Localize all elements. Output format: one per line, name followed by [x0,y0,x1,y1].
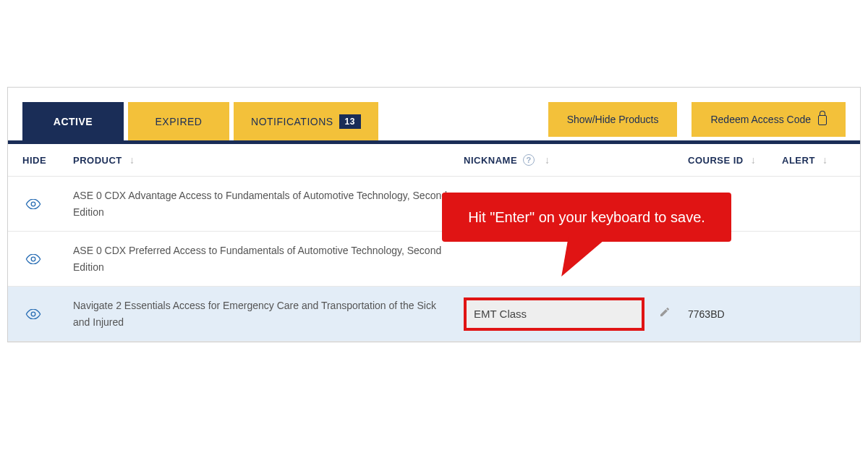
table-row: Navigate 2 Essentials Access for Emergen… [8,287,860,342]
nickname-input[interactable] [464,297,644,331]
svg-point-1 [31,257,35,261]
column-product-label: PRODUCT [73,155,122,166]
product-title: ASE 0 CDX Advantage Access to Fundamenta… [73,187,464,220]
column-product[interactable]: PRODUCT ↓ [73,154,464,166]
sort-arrow-icon: ↓ [751,154,757,166]
tab-expired[interactable]: EXPIRED [128,102,229,140]
help-icon[interactable]: ? [523,154,535,166]
callout-text: Hit "Enter" on your keyboard to save. [468,209,705,225]
column-hide: HIDE [8,155,73,166]
courseid-cell: 7763BD [688,308,782,320]
redeem-access-code-button[interactable]: Redeem Access Code [692,102,846,137]
eye-icon[interactable] [25,254,73,264]
sort-arrow-icon: ↓ [822,154,828,166]
product-title: ASE 0 CDX Preferred Access to Fundamenta… [73,242,464,275]
sort-arrow-icon: ↓ [545,154,550,166]
column-alert[interactable]: ALERT ↓ [782,154,847,166]
eye-icon[interactable] [25,309,73,319]
callout-tooltip: Hit "Enter" on your keyboard to save. [442,193,731,242]
nickname-cell [464,297,688,331]
pencil-icon[interactable] [659,306,671,321]
column-nickname[interactable]: NICKNAME ? ↓ [464,154,688,166]
column-hide-label: HIDE [22,155,46,166]
column-alert-label: ALERT [782,155,815,166]
column-courseid-label: COURSE ID [688,155,744,166]
table-row: ASE 0 CDX Preferred Access to Fundamenta… [8,232,860,287]
lock-icon [818,115,827,125]
tab-notifications-label: NOTIFICATIONS [251,116,333,127]
column-nickname-label: NICKNAME [464,155,517,166]
tabs: ACTIVE EXPIRED NOTIFICATIONS 13 [22,102,378,140]
table-body: ASE 0 CDX Advantage Access to Fundamenta… [8,177,860,342]
topbar: ACTIVE EXPIRED NOTIFICATIONS 13 Show/Hid… [8,88,860,144]
show-hide-label: Show/Hide Products [567,114,659,125]
svg-point-2 [31,312,35,316]
eye-icon[interactable] [25,199,73,209]
redeem-label: Redeem Access Code [710,114,811,125]
sort-arrow-icon: ↓ [129,154,135,166]
top-actions: Show/Hide Products Redeem Access Code [548,102,846,137]
svg-point-0 [31,202,35,206]
show-hide-products-button[interactable]: Show/Hide Products [548,102,678,137]
tab-notifications[interactable]: NOTIFICATIONS 13 [234,102,378,140]
column-courseid[interactable]: COURSE ID ↓ [688,154,782,166]
notifications-badge: 13 [339,114,361,129]
products-panel: ACTIVE EXPIRED NOTIFICATIONS 13 Show/Hid… [7,87,861,342]
table-header: HIDE PRODUCT ↓ NICKNAME ? ↓ COURSE ID ↓ … [8,144,860,177]
table-row: ASE 0 CDX Advantage Access to Fundamenta… [8,177,860,232]
product-title: Navigate 2 Essentials Access for Emergen… [73,297,464,330]
tab-active[interactable]: ACTIVE [22,102,124,140]
